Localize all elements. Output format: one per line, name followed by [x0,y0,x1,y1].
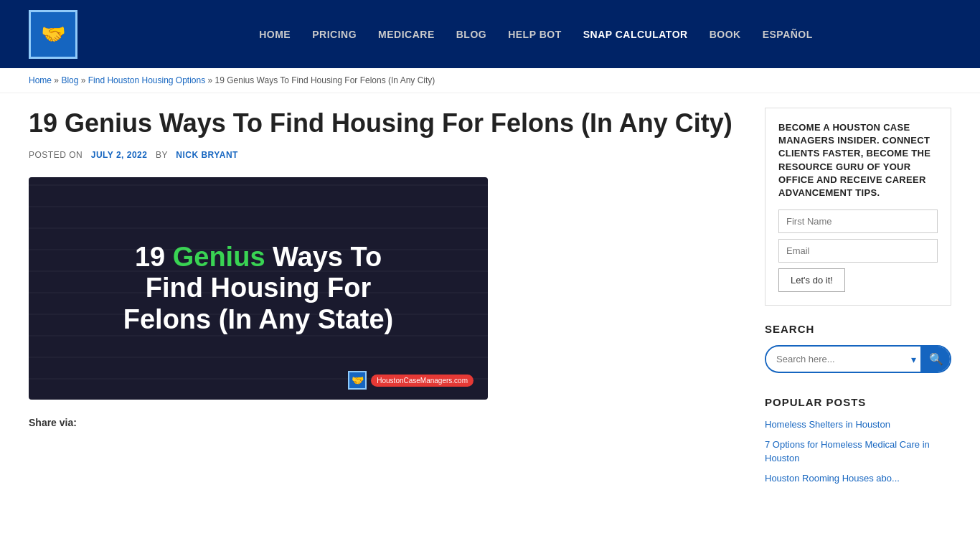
popular-post-1[interactable]: Homeless Shelters in Houston [765,418,951,431]
site-header: 🤝 HOME PRICING MEDICARE BLOG HELP BOT SN… [0,0,980,68]
logo-icon: 🤝 [41,24,66,44]
main-content: 19 Genius Ways To Find Housing For Felon… [29,108,736,508]
meta-prefix: POSTED ON [29,150,83,160]
popular-post-2[interactable]: 7 Options for Homeless Medical Care in H… [765,438,951,464]
cta-firstname-input[interactable] [778,209,938,233]
sidebar-search-section: SEARCH ▾ 🔍 [765,323,951,373]
main-nav: HOME PRICING MEDICARE BLOG HELP BOT SNAP… [121,29,951,40]
nav-blog[interactable]: BLOG [456,29,486,40]
post-meta: POSTED ON JULY 2, 2022 BY NICK BRYANT [29,150,736,160]
nav-helpbot[interactable]: HELP BOT [508,29,562,40]
fi-watermark-logo: 🤝 [348,371,367,390]
article-title: 19 Genius Ways To Find Housing For Felon… [29,108,736,138]
cta-email-input[interactable] [778,239,938,263]
sidebar-popular-posts: POPULAR POSTS Homeless Shelters in Houst… [765,396,951,485]
nav-book[interactable]: BOOK [710,29,741,40]
post-author[interactable]: NICK BRYANT [176,150,238,160]
nav-home[interactable]: HOME [259,29,291,40]
search-button[interactable]: 🔍 [920,347,951,372]
search-title: SEARCH [765,323,951,335]
nav-pricing[interactable]: PRICING [312,29,357,40]
search-input[interactable] [766,348,907,370]
popular-post-3[interactable]: Houston Rooming Houses abo... [765,472,951,485]
fi-watermark-text: HoustonCaseManagers.com [371,375,473,387]
share-via-label: Share via: [29,417,736,428]
popular-posts-list: Homeless Shelters in Houston 7 Options f… [765,418,951,485]
cta-text: BECOME A HOUSTON CASE MANAGERS INSIDER. … [778,121,938,199]
breadcrumb-home[interactable]: Home [29,75,52,85]
search-wrapper: ▾ 🔍 [765,345,951,373]
fi-title-line1: 19 Genius Ways To [123,242,394,273]
breadcrumb-current: 19 Genius Ways To Find Housing For Felon… [215,75,435,85]
meta-by: BY [156,150,168,160]
sidebar: BECOME A HOUSTON CASE MANAGERS INSIDER. … [765,108,951,508]
logo-box: 🤝 [29,10,77,59]
site-logo[interactable]: 🤝 [29,10,77,59]
breadcrumb: Home » Blog » Find Houston Housing Optio… [0,68,980,93]
fi-title-line3: Felons (In Any State) [123,304,394,336]
nav-snap-calculator[interactable]: SNAP CALCULATOR [583,29,688,40]
image-text: 19 Genius Ways To Find Housing For Felon… [109,227,408,350]
nav-medicare[interactable]: MEDICARE [378,29,435,40]
fi-title-line2: Find Housing For [123,273,394,304]
sidebar-cta: BECOME A HOUSTON CASE MANAGERS INSIDER. … [765,108,951,306]
breadcrumb-blog[interactable]: Blog [61,75,78,85]
fi-text-ways: Ways To [265,242,382,272]
fi-text-19: 19 [135,242,173,272]
post-date[interactable]: JULY 2, 2022 [91,150,148,160]
featured-image: 19 Genius Ways To Find Housing For Felon… [29,177,488,400]
cta-submit-button[interactable]: Let's do it! [778,268,845,292]
breadcrumb-parent[interactable]: Find Houston Housing Options [88,75,205,85]
fi-watermark: 🤝 HoustonCaseManagers.com [348,371,473,390]
popular-posts-title: POPULAR POSTS [765,396,951,408]
fi-genius: Genius [173,242,265,272]
chevron-down-icon[interactable]: ▾ [907,348,920,371]
page-wrapper: 19 Genius Ways To Find Housing For Felon… [0,93,980,522]
nav-espanol[interactable]: ESPAÑOL [763,29,813,40]
